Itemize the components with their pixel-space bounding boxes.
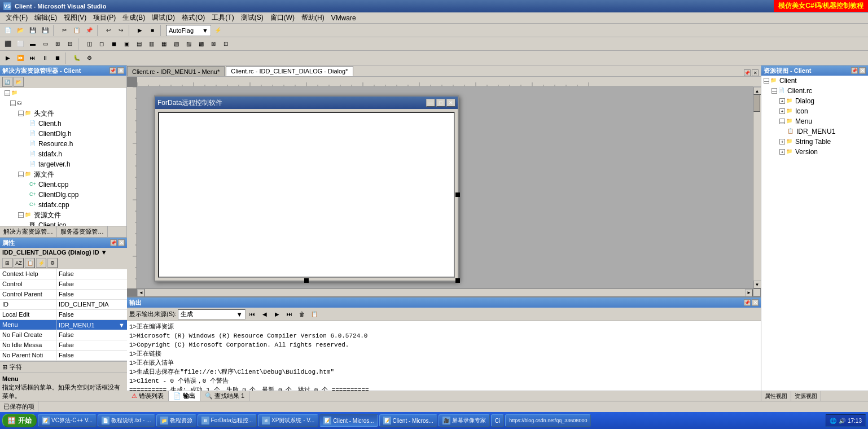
prop-tb-alphabetical[interactable]: AZ bbox=[14, 258, 24, 268]
tb-d1[interactable]: ▶ bbox=[2, 52, 14, 64]
taskbar-btn-ci[interactable]: Ci bbox=[491, 414, 504, 427]
tb-save[interactable]: 💾 bbox=[27, 25, 38, 36]
tree-solution-root[interactable]: — 📁 bbox=[0, 88, 126, 98]
tb-new[interactable]: 📄 bbox=[2, 25, 14, 36]
rv-tree-idr-menu1[interactable]: 📋 IDR_MENU1 bbox=[761, 126, 868, 137]
tb-debug-start[interactable]: ▶ bbox=[134, 25, 146, 36]
tb-w6[interactable]: ▥ bbox=[146, 38, 157, 50]
expand-resources[interactable]: — bbox=[18, 212, 24, 218]
scroll-left-button[interactable]: ◄ bbox=[137, 289, 145, 297]
scroll-down-button[interactable]: ▼ bbox=[753, 281, 761, 288]
rv-expand-dialog[interactable]: + bbox=[779, 98, 785, 104]
resize-handle-right[interactable] bbox=[455, 192, 460, 197]
resize-handle-bottom[interactable] bbox=[304, 278, 309, 283]
rv-expand-version[interactable]: + bbox=[779, 149, 785, 155]
tb-debug-stop[interactable]: ■ bbox=[147, 25, 158, 36]
prop-tb-props[interactable]: 📋 bbox=[25, 258, 35, 268]
tree-clientdlg-cpp[interactable]: C+ ClientDlg.cpp bbox=[0, 190, 126, 200]
output-pin-button[interactable]: 📌 bbox=[744, 299, 751, 306]
scrollbar-horizontal[interactable]: ◄ ► bbox=[137, 288, 753, 296]
tree-targetver-h[interactable]: 📄 targetver.h bbox=[0, 159, 126, 169]
sol-tb-btn2[interactable]: 📂 bbox=[14, 77, 24, 87]
menu-test[interactable]: 测试(S) bbox=[238, 12, 267, 24]
menu-vmware[interactable]: VMware bbox=[328, 13, 360, 23]
sol-tb-btn1[interactable]: 🔄 bbox=[2, 77, 12, 87]
tb-w5[interactable]: ▤ bbox=[133, 38, 144, 50]
tb-w11[interactable]: ⊠ bbox=[208, 38, 219, 50]
tb-align-top[interactable]: ▬ bbox=[27, 38, 38, 50]
menu-tools[interactable]: 工具(T) bbox=[208, 12, 237, 24]
menu-file[interactable]: 文件(F) bbox=[2, 12, 31, 24]
rv-pin-button[interactable]: 📌 bbox=[851, 67, 858, 74]
resize-handle-br[interactable] bbox=[455, 278, 460, 283]
tb-w3[interactable]: ◼ bbox=[108, 38, 120, 50]
rv-tree-stringtable[interactable]: + 📁 String Table bbox=[761, 137, 868, 147]
editor-close-button[interactable]: ✕ bbox=[752, 69, 759, 76]
output-tb-btn2[interactable]: ◀ bbox=[259, 309, 270, 320]
start-button[interactable]: 🪟 开始 bbox=[2, 414, 37, 427]
taskbar-btn-tutorial-res[interactable]: 📁 教程资源 bbox=[156, 414, 196, 427]
tb-align-horiz[interactable]: ⊟ bbox=[64, 38, 76, 50]
expand-solution[interactable]: — bbox=[5, 90, 10, 96]
rv-expand-root[interactable]: — bbox=[764, 78, 769, 84]
output-tb-btn3[interactable]: ▶ bbox=[271, 309, 283, 320]
tree-project-client[interactable]: — 🗂 bbox=[0, 98, 126, 108]
prop-tb-categorized[interactable]: ⊞ bbox=[2, 258, 12, 268]
tb-redo[interactable]: ↪ bbox=[115, 25, 126, 36]
menu-view[interactable]: 视图(V) bbox=[60, 12, 90, 24]
rv-tab-properties[interactable]: 属性视图 bbox=[761, 391, 791, 401]
menu-format[interactable]: 格式(O) bbox=[178, 12, 208, 24]
menu-debug[interactable]: 调试(D) bbox=[148, 12, 178, 24]
menu-help[interactable]: 帮助(H) bbox=[298, 12, 328, 24]
taskbar-btn-xp[interactable]: 🖥 XP测试系统 - V... bbox=[258, 414, 318, 427]
rv-expand-menu[interactable]: — bbox=[779, 119, 785, 124]
tree-clientdlg-h[interactable]: 📄 ClientDlg.h bbox=[0, 129, 126, 139]
taskbar-btn-client1[interactable]: 📝 Client - Micros... bbox=[319, 414, 378, 427]
panel-pin-button[interactable]: 📌 bbox=[109, 67, 116, 74]
output-tab-findresults[interactable]: 🔍 查找结果 1 bbox=[200, 391, 249, 401]
dialog-minimize-button[interactable]: — bbox=[426, 99, 435, 107]
tb-w12[interactable]: ⊡ bbox=[220, 38, 231, 50]
tree-client-cpp[interactable]: C+ Client.cpp bbox=[0, 180, 126, 190]
tb-d2[interactable]: ⏩ bbox=[15, 52, 26, 64]
tree-client-h[interactable]: 📄 Client.h bbox=[0, 119, 126, 129]
tb-w9[interactable]: ▨ bbox=[183, 38, 194, 50]
prop-pin-button[interactable]: 📌 bbox=[110, 239, 117, 246]
panel-close-button[interactable]: ✕ bbox=[117, 67, 124, 74]
solution-tree[interactable]: — 📁 — 🗂 — 📁 头文件 bbox=[0, 88, 126, 226]
tree-resource-files-group[interactable]: — 📁 资源文件 bbox=[0, 210, 126, 220]
menu-window[interactable]: 窗口(W) bbox=[267, 12, 298, 24]
tb-extra1[interactable]: ⚡ bbox=[212, 25, 223, 36]
tree-header-files-group[interactable]: — 📁 头文件 bbox=[0, 108, 126, 119]
tb-paste[interactable]: 📌 bbox=[84, 25, 95, 36]
output-tb-btn6[interactable]: 📋 bbox=[309, 309, 320, 320]
menu-build[interactable]: 生成(B) bbox=[119, 12, 148, 24]
tb-d6[interactable]: 🐛 bbox=[71, 52, 82, 64]
tb-saveall[interactable]: 💾 bbox=[40, 25, 51, 36]
tb-open[interactable]: 📂 bbox=[15, 25, 26, 36]
output-close-button[interactable]: ✕ bbox=[752, 299, 759, 306]
output-tab-output[interactable]: 📄 输出 bbox=[169, 391, 200, 401]
tb-d4[interactable]: ⏸ bbox=[40, 52, 51, 64]
rv-tree-icon[interactable]: + 📁 Icon bbox=[761, 106, 868, 116]
taskbar-btn-vc[interactable]: 📝 VC算法-C++ V... bbox=[38, 414, 97, 427]
rv-tree-menu[interactable]: — 📁 Menu bbox=[761, 116, 868, 126]
tb-w4[interactable]: ▣ bbox=[121, 38, 132, 50]
taskbar-btn-client2[interactable]: 📝 Client - Micros... bbox=[379, 414, 437, 427]
tree-stdafx-h[interactable]: 📄 stdafx.h bbox=[0, 149, 126, 159]
rv-tree-version[interactable]: + 📁 Version bbox=[761, 147, 868, 157]
scroll-up-button[interactable]: ▲ bbox=[753, 87, 761, 95]
editor-tab-dialog[interactable]: Client.rc - IDD_CLIENT_DIALOG - Dialog* bbox=[226, 66, 353, 76]
designer-canvas[interactable]: ForData远程控制软件 — □ ✕ bbox=[137, 87, 753, 288]
editor-pin-button[interactable]: 📌 bbox=[744, 69, 751, 76]
taskbar-btn-blog[interactable]: https://blog.csdn.net/qq_33608000 bbox=[505, 414, 591, 427]
taskbar-btn-fordata[interactable]: 🖥 ForData远程控... bbox=[198, 414, 257, 427]
resource-tree[interactable]: — 📁 Client — 📄 Client.rc + 📁 Dialog bbox=[761, 76, 868, 391]
scroll-right-button[interactable]: ► bbox=[745, 289, 753, 297]
rv-expand-clientrc[interactable]: — bbox=[771, 88, 777, 94]
tab-server-explorer[interactable]: 服务器资源管… bbox=[57, 226, 108, 237]
prop-val-menu[interactable]: IDR_MENU1 ▼ bbox=[56, 320, 127, 330]
menu-project[interactable]: 项目(P) bbox=[90, 12, 119, 24]
property-id-label[interactable]: IDD_CLIENT_DIALOG (Dialog) ID ▼ bbox=[0, 248, 127, 257]
tb-align-vert[interactable]: ⊞ bbox=[52, 38, 63, 50]
